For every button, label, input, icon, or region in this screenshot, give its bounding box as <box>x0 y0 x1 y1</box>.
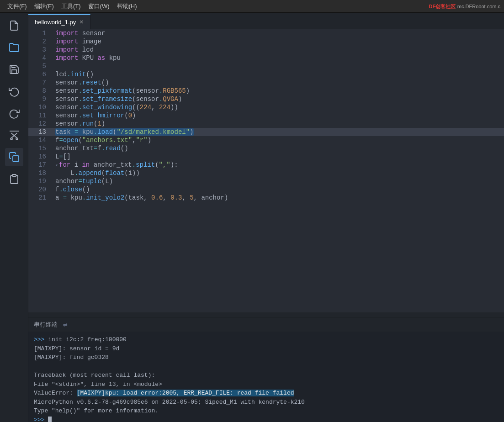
line-content: sensor.set_framesize(sensor.QVGA) <box>53 95 504 103</box>
line-content: f.close() <box>53 185 504 194</box>
editor-tab[interactable]: helloworld_1.py × <box>28 14 90 29</box>
line-content: anchor_txt=f.read() <box>53 144 504 153</box>
table-row: 5 <box>28 62 504 70</box>
terminal-line: [MAIXPY]: find gc0328 <box>34 353 499 362</box>
menu-file[interactable]: 文件(F) <box>4 2 31 11</box>
menu-tools[interactable]: 工具(T) <box>58 2 85 11</box>
svg-rect-5 <box>13 156 19 162</box>
tab-close-button[interactable]: × <box>80 19 83 25</box>
line-number: 3 <box>28 46 53 54</box>
horizontal-scrollbar[interactable] <box>28 312 504 317</box>
line-number: 18 <box>28 169 53 177</box>
line-content: L.append(float(i)) <box>53 169 504 177</box>
line-content: ▾for i in anchor_txt.split(","): <box>53 161 504 169</box>
line-number: 10 <box>28 103 53 111</box>
sidebar <box>0 13 28 422</box>
line-number: 2 <box>28 37 53 46</box>
terminal-line: [MAIXPY]: sensor id = 9d <box>34 344 499 353</box>
table-row: 13 task = kpu.load("/sd/marked.kmodel") <box>28 128 504 136</box>
terminal-output: MicroPython v0.6.2-78-g469c985e6 on 2022… <box>34 399 305 406</box>
table-row: 14 f=open("anchors.txt","r") <box>28 136 504 144</box>
line-content: import sensor <box>53 29 504 37</box>
line-number: 4 <box>28 54 53 62</box>
terminal-line: Traceback (most recent call last): <box>34 371 499 380</box>
line-number: 9 <box>28 95 53 103</box>
menu-edit[interactable]: 编辑(E) <box>31 2 58 11</box>
table-row: 6 lcd.init() <box>28 70 504 79</box>
terminal-line: MicroPython v0.6.2-78-g469c985e6 on 2022… <box>34 398 499 407</box>
main-layout: helloworld_1.py × 1 import sensor 2 impo… <box>0 13 504 422</box>
menu-help[interactable]: 帮助(H) <box>113 2 141 11</box>
table-row: 4 import KPU as kpu <box>28 54 504 62</box>
table-row: 12 sensor.run(1) <box>28 120 504 128</box>
line-content <box>53 62 504 70</box>
line-content: import lcd <box>53 46 504 54</box>
line-number: 17 <box>28 161 53 169</box>
save-button[interactable] <box>5 60 23 79</box>
terminal-error-highlight: [MAIXPY]kpu: load error:2005, ERR_READ_F… <box>77 390 294 396</box>
code-editor[interactable]: 1 import sensor 2 import image 3 import … <box>28 29 504 312</box>
table-row: 1 import sensor <box>28 29 504 37</box>
line-number: 11 <box>28 111 53 120</box>
line-number: 13 <box>28 128 53 136</box>
line-number: 6 <box>28 70 53 79</box>
terminal-line: Type "help()" for more information. <box>34 406 499 416</box>
table-row: 18 L.append(float(i)) <box>28 169 504 177</box>
line-number: 1 <box>28 29 53 37</box>
terminal-line: File "<stdin>", line 13, in <module> <box>34 380 499 389</box>
line-content: f=open("anchors.txt","r") <box>53 136 504 144</box>
terminal-output: Type "help()" for more information. <box>34 407 159 414</box>
line-content: sensor.set_pixformat(sensor.RGB565) <box>53 87 504 95</box>
code-lines: 1 import sensor 2 import image 3 import … <box>28 29 504 202</box>
table-row: 3 import lcd <box>28 46 504 54</box>
svg-point-1 <box>16 138 18 140</box>
terminal-output: init i2c:2 freq:100000 <box>48 336 127 343</box>
line-content: lcd.init() <box>53 70 504 79</box>
line-content: sensor.set_hmirror(0) <box>53 111 504 120</box>
line-content: a = kpu.init_yolo2(task, 0.6, 0.3, 5, an… <box>53 194 504 202</box>
terminal-body[interactable]: >>> init i2c:2 freq:100000 [MAIXPY]: sen… <box>28 332 504 422</box>
terminal-header: 串行终端 ⇌ <box>28 317 504 332</box>
terminal-output: [MAIXPY]: sensor id = 9d <box>34 345 119 352</box>
table-row: 16 L=[] <box>28 153 504 161</box>
tab-filename: helloworld_1.py <box>35 19 76 26</box>
paste-button[interactable] <box>5 170 23 188</box>
undo-button[interactable] <box>5 82 23 100</box>
menu-window[interactable]: 窗口(W) <box>85 2 113 11</box>
table-row: 19 anchor=tuple(L) <box>28 177 504 185</box>
line-number: 14 <box>28 136 53 144</box>
new-file-button[interactable] <box>5 16 23 35</box>
table-row: 9 sensor.set_framesize(sensor.QVGA) <box>28 95 504 103</box>
line-number: 21 <box>28 194 53 202</box>
menu-bar: 文件(F) 编辑(E) 工具(T) 窗口(W) 帮助(H) DF创客社区 mc.… <box>0 0 504 13</box>
svg-rect-6 <box>12 174 16 176</box>
table-row: 8 sensor.set_pixformat(sensor.RGB565) <box>28 87 504 95</box>
table-row: 10 sensor.set_windowing((224, 224)) <box>28 103 504 111</box>
terminal-title: 串行终端 <box>34 321 58 329</box>
line-content: import KPU as kpu <box>53 54 504 62</box>
line-content: sensor.run(1) <box>53 120 504 128</box>
terminal-line: >>> init i2c:2 freq:100000 <box>34 335 499 344</box>
table-row: 15 anchor_txt=f.read() <box>28 144 504 153</box>
table-row: 2 import image <box>28 37 504 46</box>
cut-button[interactable] <box>5 126 23 144</box>
redo-button[interactable] <box>5 104 23 122</box>
line-number: 20 <box>28 185 53 194</box>
terminal-output: File "<stdin>", line 13, in <module> <box>34 381 162 388</box>
line-number: 16 <box>28 153 53 161</box>
table-row: 20 f.close() <box>28 185 504 194</box>
line-content: anchor=tuple(L) <box>53 177 504 185</box>
terminal-connect-icon[interactable]: ⇌ <box>63 320 68 329</box>
open-folder-button[interactable] <box>5 38 23 57</box>
table-row: 17 ▾for i in anchor_txt.split(","): <box>28 161 504 169</box>
line-number: 12 <box>28 120 53 128</box>
table-row: 11 sensor.set_hmirror(0) <box>28 111 504 120</box>
content-area: helloworld_1.py × 1 import sensor 2 impo… <box>28 13 504 422</box>
copy-button[interactable] <box>5 148 23 166</box>
table-row: 21 a = kpu.init_yolo2(task, 0.6, 0.3, 5,… <box>28 194 504 202</box>
line-number: 7 <box>28 79 53 87</box>
line-number: 19 <box>28 177 53 185</box>
terminal-prompt: >>> <box>34 336 48 343</box>
tab-bar: helloworld_1.py × <box>28 13 504 29</box>
line-number: 15 <box>28 144 53 153</box>
